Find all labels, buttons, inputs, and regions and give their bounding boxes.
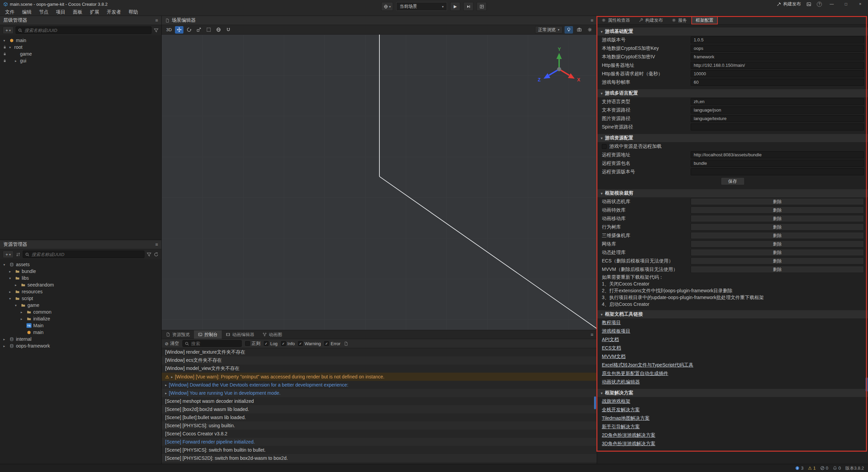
doc-link-animator-editor[interactable]: 动画状态机编辑器	[602, 379, 640, 385]
expand-log-icon[interactable]: ▸	[165, 391, 167, 395]
crypto-iv-input[interactable]	[691, 53, 864, 60]
assets-search-input[interactable]	[32, 252, 142, 257]
section-solutions[interactable]: ▾ 框架解决方案	[597, 389, 868, 397]
collapse-arrow-icon[interactable]: ▸	[15, 59, 20, 63]
menu-file[interactable]: 文件	[1, 8, 18, 16]
scene-viewport[interactable]: Y X Z	[162, 35, 597, 330]
refresh-icon[interactable]	[154, 252, 159, 257]
gizmo-z-label[interactable]: Z	[538, 77, 541, 82]
clear-console-button[interactable]: ⊘ 清空	[165, 340, 179, 347]
asset-node-assets[interactable]: ▾ assets	[0, 261, 161, 268]
inspector-scrollbar-thumb[interactable]	[866, 377, 868, 392]
scene-menu-icon[interactable]: ≡	[591, 18, 593, 23]
close-button[interactable]: ×	[856, 2, 865, 6]
lock-icon[interactable]	[3, 45, 7, 49]
solution-link-fullstack[interactable]: 全栈开发解决方案	[602, 407, 640, 413]
text-path-input[interactable]	[691, 106, 864, 114]
asset-node-initialize[interactable]: ▸ initialize	[0, 315, 161, 322]
remote-url-input[interactable]	[691, 151, 864, 158]
move-tool-button[interactable]	[175, 26, 183, 34]
save-button[interactable]: 保存	[721, 177, 745, 185]
menu-panel[interactable]: 面板	[69, 8, 86, 16]
languages-input[interactable]	[691, 98, 864, 105]
sort-icon[interactable]	[16, 252, 21, 257]
doc-link-api[interactable]: API文档	[602, 337, 619, 343]
log-row-info[interactable]: ▸ [Window] You are running Vue in develo…	[162, 389, 597, 397]
solution-link-2d-rpg[interactable]: 2D角色扮演游戏解决方案	[602, 432, 655, 438]
create-asset-button[interactable]: + ▾	[3, 251, 14, 258]
asset-node-main-ts[interactable]: TS Main	[0, 322, 161, 329]
console-search-input[interactable]	[191, 341, 239, 346]
menu-node[interactable]: 节点	[35, 8, 52, 16]
section-module-trim[interactable]: ▾ 框架模块裁剪	[597, 189, 868, 197]
collapse-arrow-icon[interactable]: ▸	[21, 317, 26, 321]
texture-path-input[interactable]	[691, 115, 864, 122]
assets-menu-icon[interactable]: ≡	[155, 242, 158, 247]
solution-link-tiledmap[interactable]: Tiledmap地图解决方案	[602, 415, 650, 421]
delete-module-button[interactable]: 删除	[691, 240, 864, 248]
doc-link-hotupdate-plugin[interactable]: 原生包热更新配置自动生成插件	[602, 371, 668, 377]
asset-node-seedrandom[interactable]: ▸ seedrandom	[0, 281, 161, 288]
hierarchy-node-root[interactable]: ▾ root	[0, 44, 161, 51]
menu-extension[interactable]: 扩展	[86, 8, 103, 16]
remote-bundle-input[interactable]	[691, 160, 864, 167]
scene-settings-button[interactable]	[586, 26, 594, 34]
asset-node-main-scene[interactable]: main	[0, 329, 161, 336]
build-publish-button[interactable]: 构建发布	[777, 1, 801, 7]
tab-animation-graph[interactable]: 动画图	[258, 330, 286, 339]
layout-button[interactable]	[477, 2, 487, 11]
scene-light-toggle[interactable]	[565, 26, 573, 34]
tab-property-inspector[interactable]: 属性检查器	[597, 16, 634, 24]
asset-node-script[interactable]: ▾ script	[0, 295, 161, 302]
assets-filter-icon[interactable]	[146, 252, 152, 257]
notification-badge[interactable]: 0	[833, 466, 841, 471]
delete-module-button[interactable]: 删除	[691, 206, 864, 214]
game-version-input[interactable]	[691, 36, 864, 43]
asset-node-libs[interactable]: ▾ libs	[0, 275, 161, 281]
scene-select[interactable]: 当前场景 ▾	[396, 2, 447, 11]
solution-link-guide[interactable]: 新手引导解决方案	[602, 424, 640, 430]
frame-rate-input[interactable]	[691, 79, 864, 86]
doc-link-excel-tool[interactable]: Excel格式转Json文件与TypeScript代码工具	[602, 362, 693, 368]
projection-3d-button[interactable]: 3D	[164, 26, 174, 34]
tab-service[interactable]: 服务	[667, 16, 691, 24]
console-menu-icon[interactable]: ≡	[591, 332, 593, 337]
filter-error-checkbox[interactable]: ✓ Error	[324, 341, 340, 346]
lock-icon[interactable]	[3, 52, 7, 56]
delete-module-button[interactable]: 删除	[691, 215, 864, 222]
transform-space-button[interactable]	[214, 26, 223, 34]
delete-module-button[interactable]: 删除	[691, 249, 864, 256]
menu-help[interactable]: 帮助	[125, 8, 142, 16]
gizmo-y-label[interactable]: Y	[558, 46, 561, 52]
collapse-arrow-icon[interactable]: ▸	[9, 270, 14, 273]
tab-build-publish[interactable]: 构建发布	[634, 16, 667, 24]
hierarchy-node-main[interactable]: ▾ main	[0, 37, 161, 44]
hierarchy-menu-icon[interactable]: ≡	[155, 18, 158, 23]
http-server-input[interactable]	[691, 62, 864, 69]
asset-node-internal[interactable]: ▸ internal	[0, 336, 161, 342]
log-row-warning[interactable]: ⚠ ▸ [Window] [Vue warn]: Property "onInp…	[162, 373, 597, 381]
hierarchy-node-game[interactable]: game	[0, 51, 161, 57]
collapse-arrow-icon[interactable]: ▸	[15, 283, 20, 287]
asset-node-resources[interactable]: ▸ resources	[0, 288, 161, 295]
menu-edit[interactable]: 编辑	[18, 8, 35, 16]
expand-log-icon[interactable]: ▸	[165, 383, 167, 387]
delete-module-button[interactable]: 删除	[691, 232, 864, 239]
http-timeout-input[interactable]	[691, 70, 864, 77]
asset-node-oops-framework[interactable]: ▸ oops-framework	[0, 342, 161, 349]
asset-node-common[interactable]: ▸ common	[0, 309, 161, 315]
expand-arrow-icon[interactable]: ▾	[9, 276, 14, 280]
crypto-key-input[interactable]	[691, 45, 864, 52]
section-doc-links[interactable]: ▾ 框架文档工具链接	[597, 310, 868, 318]
view-mode-select[interactable]: 正常浏览 ▾	[535, 26, 563, 34]
expand-log-icon[interactable]: ▸	[171, 375, 173, 379]
menu-project[interactable]: 项目	[52, 8, 69, 16]
solution-link-3d-rpg[interactable]: 3D角色扮演游戏解决方案	[602, 441, 655, 447]
expand-arrow-icon[interactable]: ▾	[9, 297, 14, 300]
doc-link-template[interactable]: 游戏模板项目	[602, 328, 630, 334]
tab-framework-config[interactable]: 框架配置	[691, 16, 718, 24]
create-node-button[interactable]: + ▾	[3, 26, 14, 34]
filter-info-checkbox[interactable]: ✓ Info	[281, 341, 295, 346]
delete-module-button[interactable]: 删除	[691, 266, 864, 273]
tab-animation-editor[interactable]: 动画编辑器	[222, 330, 258, 339]
